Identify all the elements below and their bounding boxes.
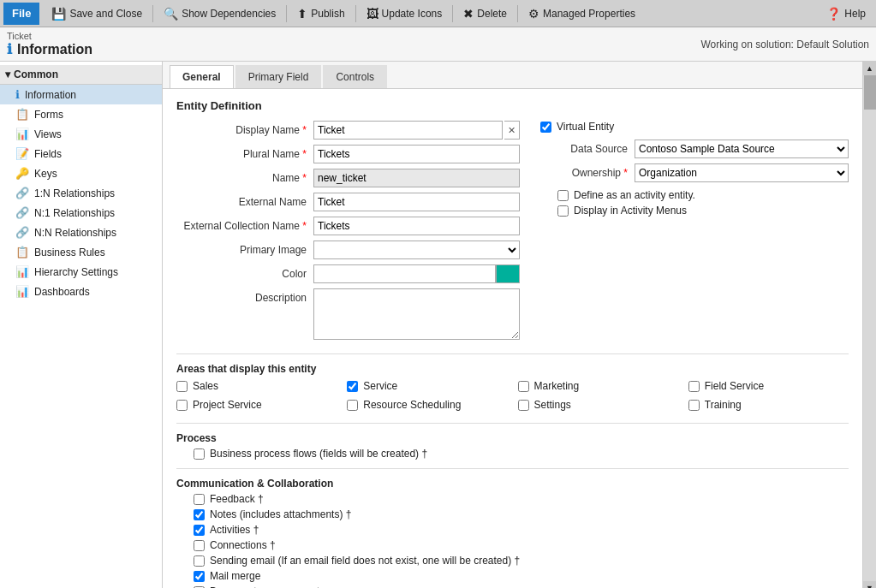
- fields-icon: 📝: [15, 147, 29, 160]
- separator: [152, 5, 153, 22]
- sidebar-item-business-rules[interactable]: 📋 Business Rules: [0, 242, 162, 262]
- comm-feedback: Feedback †: [176, 493, 849, 505]
- external-collection-name-row: External Collection Name *: [176, 217, 520, 235]
- dashboards-icon: 📊: [15, 285, 29, 298]
- display-activity-label: Display in Activity Menus: [574, 205, 687, 217]
- keys-icon: 🔑: [15, 167, 29, 180]
- business-process-row: Business process flows (fields will be c…: [176, 448, 849, 460]
- separator: [452, 5, 453, 22]
- name-input[interactable]: [313, 169, 520, 187]
- right-column: Virtual Entity Data Source Contoso Sampl…: [540, 121, 849, 345]
- feedback-checkbox[interactable]: [194, 494, 205, 505]
- area-project-service-label: Project Service: [193, 399, 262, 411]
- show-dependencies-button[interactable]: 🔍 Show Dependencies: [157, 3, 283, 25]
- tab-controls[interactable]: Controls: [323, 65, 387, 88]
- mail-merge-checkbox[interactable]: [194, 571, 205, 582]
- color-input[interactable]: [313, 264, 496, 283]
- virtual-entity-checkbox[interactable]: [540, 122, 551, 133]
- area-sales-checkbox[interactable]: [176, 381, 188, 392]
- display-name-label: Display Name *: [176, 124, 313, 136]
- area-training-label: Training: [705, 399, 742, 411]
- tab-general[interactable]: General: [170, 65, 234, 88]
- area-service-checkbox[interactable]: [347, 381, 358, 392]
- color-row: Color: [176, 264, 520, 283]
- business-process-checkbox[interactable]: [194, 448, 205, 460]
- sidebar-item-views[interactable]: 📊 Views: [0, 124, 162, 144]
- area-project-service-checkbox[interactable]: [176, 400, 188, 411]
- sidebar-item-information[interactable]: ℹ Information: [0, 85, 162, 104]
- primary-image-select[interactable]: [313, 241, 520, 259]
- tab-primary-field[interactable]: Primary Field: [235, 65, 322, 88]
- display-activity-checkbox[interactable]: [557, 205, 569, 217]
- external-collection-name-input[interactable]: [313, 217, 520, 235]
- area-training-checkbox[interactable]: [688, 400, 700, 411]
- breadcrumb-bar: Ticket ℹ Information Working on solution…: [0, 27, 876, 62]
- scroll-track[interactable]: [863, 75, 876, 581]
- file-button[interactable]: File: [3, 3, 39, 25]
- data-source-select[interactable]: Contoso Sample Data Source: [635, 140, 849, 158]
- scroll-down-button[interactable]: ▼: [863, 581, 877, 588]
- publish-button[interactable]: ⬆ Publish: [290, 3, 351, 25]
- area-marketing-checkbox[interactable]: [518, 381, 529, 392]
- save-close-button[interactable]: 💾 Save and Close: [45, 3, 149, 25]
- display-name-input[interactable]: [313, 121, 503, 140]
- plural-name-input[interactable]: [313, 145, 520, 163]
- description-textarea[interactable]: [313, 288, 520, 340]
- save-icon: 💾: [51, 7, 66, 21]
- define-activity-row: Define as an activity entity.: [540, 189, 849, 201]
- primary-image-row: Primary Image: [176, 241, 520, 259]
- ownership-select[interactable]: Organization: [635, 163, 849, 182]
- virtual-entity-row: Virtual Entity: [540, 121, 849, 133]
- sending-email-checkbox[interactable]: [194, 555, 205, 567]
- sidebar-group-common[interactable]: ▾ Common: [0, 65, 162, 85]
- primary-image-label: Primary Image: [176, 244, 313, 256]
- description-label: Description: [176, 288, 313, 304]
- area-marketing: Marketing: [518, 380, 678, 392]
- sidebar-item-dashboards[interactable]: 📊 Dashboards: [0, 282, 162, 301]
- area-settings-checkbox[interactable]: [518, 400, 529, 411]
- connections-checkbox[interactable]: [194, 540, 205, 551]
- define-activity-checkbox[interactable]: [557, 190, 569, 201]
- color-swatch[interactable]: [496, 264, 520, 283]
- area-field-service-label: Field Service: [705, 380, 764, 392]
- delete-button[interactable]: ✖ Delete: [456, 3, 514, 25]
- display-name-clear-button[interactable]: ✕: [504, 121, 520, 140]
- area-marketing-label: Marketing: [534, 380, 580, 392]
- area-resource-scheduling: Resource Scheduling: [347, 399, 507, 411]
- managed-properties-button[interactable]: ⚙ Managed Properties: [521, 3, 642, 25]
- plural-name-label: Plural Name *: [176, 148, 313, 160]
- scroll-thumb[interactable]: [864, 75, 876, 110]
- external-name-input[interactable]: [313, 193, 520, 211]
- entity-definition-title: Entity Definition: [176, 99, 849, 112]
- external-name-row: External Name: [176, 193, 520, 211]
- delete-icon: ✖: [463, 7, 474, 21]
- icons-icon: 🖼: [366, 7, 378, 21]
- activities-checkbox[interactable]: [194, 525, 205, 536]
- publish-icon: ⬆: [297, 7, 307, 21]
- sidebar-item-hierarchy-settings[interactable]: 📊 Hierarchy Settings: [0, 262, 162, 282]
- virtual-entity-label: Virtual Entity: [557, 121, 614, 133]
- area-service-label: Service: [363, 380, 397, 392]
- sidebar-item-fields[interactable]: 📝 Fields: [0, 144, 162, 163]
- divider-2: [176, 423, 849, 424]
- update-icons-button[interactable]: 🖼 Update Icons: [360, 3, 450, 25]
- help-button[interactable]: ❓ Help: [819, 3, 873, 25]
- notes-label: Notes (includes attachments) †: [210, 508, 351, 520]
- sidebar-item-1n-relationships[interactable]: 🔗 1:N Relationships: [0, 183, 162, 203]
- display-name-wrap: ✕: [313, 121, 520, 140]
- description-row: Description: [176, 288, 520, 340]
- area-field-service-checkbox[interactable]: [688, 381, 700, 392]
- comm-activities: Activities †: [176, 524, 849, 536]
- sidebar-item-forms[interactable]: 📋 Forms: [0, 104, 162, 124]
- toolbar: File 💾 Save and Close 🔍 Show Dependencie…: [0, 0, 876, 27]
- communication-title: Communication & Collaboration: [176, 478, 849, 490]
- left-column: Display Name * ✕ Plural Name *: [176, 121, 520, 345]
- sidebar-item-nn-relationships[interactable]: 🔗 N:N Relationships: [0, 223, 162, 242]
- sidebar-item-keys[interactable]: 🔑 Keys: [0, 163, 162, 183]
- divider-3: [176, 468, 849, 469]
- notes-checkbox[interactable]: [194, 509, 205, 520]
- sidebar-item-n1-relationships[interactable]: 🔗 N:1 Relationships: [0, 203, 162, 223]
- area-resource-scheduling-checkbox[interactable]: [347, 400, 358, 411]
- feedback-label: Feedback †: [210, 493, 264, 505]
- scroll-up-button[interactable]: ▲: [863, 62, 877, 75]
